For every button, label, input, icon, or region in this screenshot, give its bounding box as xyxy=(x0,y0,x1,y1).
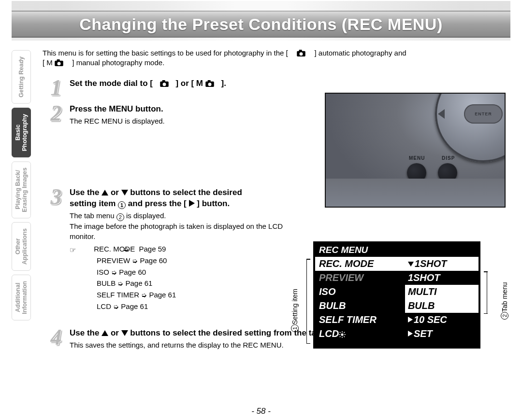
intro-text: ] automatic photography and xyxy=(314,49,406,57)
page-number: - 58 - xyxy=(251,406,271,416)
menu-item-left: ISO xyxy=(315,285,405,299)
svg-line-18 xyxy=(344,336,345,337)
up-triangle-icon xyxy=(102,330,108,336)
section-tabs-sidebar: Getting Ready BasicPhotography Playing B… xyxy=(12,50,31,388)
tab-playing-back[interactable]: Playing Back/Erasing Images xyxy=(12,161,31,218)
menu-item-left: BULB xyxy=(315,299,405,313)
intro-paragraph: This menu is for setting the basic setti… xyxy=(43,48,510,68)
down-triangle-icon xyxy=(121,330,128,336)
intro-text: This menu is for setting the basic setti… xyxy=(43,49,288,57)
tab-basic-photography[interactable]: BasicPhotography xyxy=(12,108,31,157)
manual-page: Changing the Preset Conditions (REC MENU… xyxy=(0,0,522,420)
menu-row: SELF TIMER10 SEC xyxy=(315,313,478,327)
menu-row: LCDSET xyxy=(315,327,478,341)
menu-item-right: 10 SEC xyxy=(405,313,478,327)
svg-line-17 xyxy=(340,332,341,333)
left-arrow-icon xyxy=(438,109,445,119)
camera-icon xyxy=(297,50,305,56)
menu-item-left: REC. MODE xyxy=(315,257,405,271)
page-title-bar: Changing the Preset Conditions (REC MENU… xyxy=(12,11,510,38)
page-ref-icon: ➭ xyxy=(141,290,147,301)
right-triangle-icon xyxy=(189,200,195,207)
menu-item-right: 1SHOT xyxy=(405,271,478,285)
circled-one-icon: 1 xyxy=(118,201,126,209)
menu-item-left: PREVIEW xyxy=(315,271,405,285)
page-title: Changing the Preset Conditions (REC MENU… xyxy=(79,15,443,34)
step-number-icon: 3 xyxy=(43,187,70,207)
step-number-icon: 1 xyxy=(43,78,70,98)
up-triangle-icon xyxy=(102,190,108,196)
rec-menu-title: REC MENU xyxy=(315,243,478,257)
svg-rect-4 xyxy=(57,59,60,61)
svg-rect-1 xyxy=(299,50,302,52)
brace-icon xyxy=(306,259,313,344)
page-ref-icon: ➭ xyxy=(132,256,138,266)
svg-point-8 xyxy=(162,83,166,86)
menu-item-right: MULTI xyxy=(405,285,478,299)
camera-photo: MENU DISP xyxy=(325,93,506,208)
page-content: This menu is for setting the basic setti… xyxy=(43,48,510,410)
page-ref-icon: ➭ xyxy=(117,279,123,289)
tab-getting-ready[interactable]: Getting Ready xyxy=(12,50,31,104)
svg-rect-7 xyxy=(162,80,165,82)
lcd-menu-illustration: 1 Setting item REC MENU REC. MODE1SHOTPR… xyxy=(292,241,508,351)
tab-additional-information[interactable]: AdditionalInformation xyxy=(12,275,31,321)
step-number-icon: 4 xyxy=(43,327,70,347)
page-ref-icon: ➭ xyxy=(113,302,119,312)
step-number-icon: 2 xyxy=(43,103,70,123)
circled-one-icon: 1 xyxy=(291,324,299,332)
menu-item-right: SET xyxy=(405,327,478,341)
menu-item-left: LCD xyxy=(315,327,405,341)
camera-icon xyxy=(160,80,169,87)
down-triangle-icon xyxy=(121,190,128,196)
svg-point-2 xyxy=(300,52,303,56)
svg-point-11 xyxy=(208,83,211,86)
menu-row: BULBBULB xyxy=(315,299,478,313)
menu-row: PREVIEW1SHOT xyxy=(315,271,478,285)
camera-dpad xyxy=(435,93,506,162)
menu-item-right: 1SHOT xyxy=(405,257,478,271)
tab-other-applications[interactable]: OtherApplications xyxy=(12,222,31,271)
pointer-icon: ☞ xyxy=(83,244,92,251)
menu-item-right: BULB xyxy=(405,299,478,313)
step-3-title: Use the or buttons to select the desired… xyxy=(70,187,292,210)
menu-item-left: SELF TIMER xyxy=(315,313,405,327)
step-3-references: ☞ REC. MODE ➭ Page 59 PREVIEW ➭ Page 60 … xyxy=(70,243,292,312)
svg-line-19 xyxy=(344,332,345,333)
intro-text: ] manual photography mode. xyxy=(72,58,164,67)
svg-point-12 xyxy=(341,333,343,336)
intro-text: [ M xyxy=(43,58,53,67)
menu-label: MENU xyxy=(409,155,425,161)
enter-button-illustration xyxy=(464,104,503,124)
page-ref-icon: ➭ xyxy=(111,267,117,278)
step-3-text: The tab menu 2 is displayed. The image b… xyxy=(70,210,292,241)
camera-icon xyxy=(205,80,214,87)
svg-point-5 xyxy=(58,62,61,66)
menu-row: REC. MODE1SHOT xyxy=(315,257,478,271)
menu-row: ISOMULTI xyxy=(315,285,478,299)
rec-menu-box: REC MENU REC. MODE1SHOTPREVIEW1SHOTISOMU… xyxy=(313,241,480,349)
circled-two-icon: 2 xyxy=(116,213,124,221)
tab-menu-label: 2 Tab menu xyxy=(501,266,508,320)
setting-item-label: 1 Setting item xyxy=(291,260,299,332)
svg-rect-10 xyxy=(207,80,210,82)
brace-icon xyxy=(480,271,487,314)
svg-line-20 xyxy=(340,336,341,337)
disp-label: DISP xyxy=(442,155,455,161)
step-1-title: Set the mode dial to [ ] or [ M ]. xyxy=(70,78,510,89)
circled-two-icon: 2 xyxy=(501,312,508,320)
camera-icon xyxy=(55,59,63,66)
